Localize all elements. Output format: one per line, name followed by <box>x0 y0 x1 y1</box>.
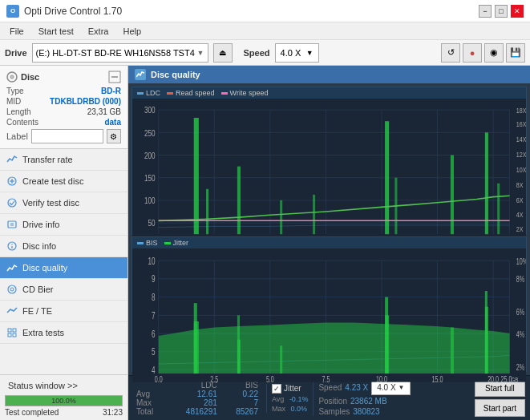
max-jitter-row: Max 0.0% <box>272 405 308 413</box>
cd-bier-icon <box>6 284 18 295</box>
svg-point-15 <box>8 285 16 293</box>
nav-drive-info[interactable]: Drive info <box>0 214 127 236</box>
nav-transfer-rate-label: Transfer rate <box>22 155 73 164</box>
svg-rect-115 <box>194 304 197 374</box>
eject-button[interactable]: ⏏ <box>213 43 233 63</box>
disc-type-row: Type BD-R <box>6 87 121 95</box>
svg-rect-118 <box>485 291 488 374</box>
avg-jitter-label: Avg <box>272 395 284 403</box>
status-window-button[interactable]: Status window >> <box>5 378 123 393</box>
top-chart-svg: 300 250 200 150 100 50 18X 16X 14X 12X 1… <box>132 99 526 245</box>
menu-start-test[interactable]: Start test <box>32 25 80 38</box>
total-ldc-value: 4816291 <box>167 407 220 416</box>
speed-section: Speed 4.23 X 4.0 X ▼ Position 23862 MB S… <box>313 381 469 416</box>
drive-selector[interactable]: (E:) HL-DT-ST BD-RE WH16NS58 TST4 ▼ <box>32 43 208 63</box>
avg-jitter-row: Avg -0.1% <box>272 395 308 403</box>
bis-legend: BIS <box>137 239 158 247</box>
disc-length-row: Length 23,31 GB <box>6 107 121 116</box>
progress-text: 100.0% <box>51 397 76 405</box>
svg-rect-61 <box>206 189 208 234</box>
svg-point-2 <box>11 76 13 78</box>
drive-info-icon <box>6 219 18 230</box>
drive-value: (E:) HL-DT-ST BD-RE WH16NS58 TST4 <box>36 48 197 58</box>
svg-text:8%: 8% <box>516 275 524 285</box>
svg-text:6%: 6% <box>516 308 524 317</box>
speed-label: Speed <box>244 48 270 58</box>
disc-header-left: Disc <box>6 71 39 83</box>
speed-stat-label: Speed <box>318 383 342 392</box>
create-test-disc-icon <box>6 176 18 187</box>
svg-text:250: 250 <box>144 127 156 138</box>
close-button[interactable]: ✕ <box>511 5 524 18</box>
svg-text:2.5: 2.5 <box>210 375 218 382</box>
verify-test-disc-icon <box>6 197 18 208</box>
samples-row: Samples 380823 <box>318 407 469 416</box>
quality-header: Disc quality <box>128 66 530 83</box>
nav-cd-bier[interactable]: CD Bier <box>0 279 127 301</box>
ldc-legend-label: LDC <box>146 89 160 97</box>
quality-title: Disc quality <box>151 70 200 79</box>
avg-row-label: Avg <box>133 390 167 398</box>
svg-text:7.5: 7.5 <box>322 375 330 382</box>
nav-create-test-disc[interactable]: Create test disc <box>0 171 127 192</box>
svg-text:10%: 10% <box>516 257 526 267</box>
nav-transfer-rate[interactable]: Transfer rate <box>0 149 127 171</box>
position-label: Position <box>318 397 347 406</box>
disc-label-input[interactable] <box>31 129 103 143</box>
speed-selector[interactable]: 4.0 X ▼ <box>275 43 319 63</box>
jitter-section: ✓ Jitter Avg -0.1% Max 0.0% <box>266 384 308 413</box>
read-speed-legend: Read speed <box>167 89 215 97</box>
status-window-label: Status window >> <box>8 381 78 390</box>
refresh-icon-btn[interactable]: ↺ <box>441 43 460 63</box>
disc-type-value: BD-R <box>101 87 121 95</box>
speed-row: Speed 4.23 X 4.0 X ▼ <box>318 381 469 395</box>
disc-label-btn[interactable]: ⚙ <box>107 129 121 143</box>
svg-text:200: 200 <box>144 150 156 160</box>
write-speed-legend: Write speed <box>221 89 269 97</box>
nav-items: Transfer rate Create test disc Verify te… <box>0 149 127 374</box>
transfer-rate-icon <box>6 154 18 165</box>
menu-extra[interactable]: Extra <box>82 25 115 38</box>
menu-help[interactable]: Help <box>116 25 148 38</box>
minimize-button[interactable]: − <box>479 5 492 18</box>
nav-fe-te[interactable]: FE / TE <box>0 301 127 322</box>
nav-drive-info-label: Drive info <box>22 220 59 229</box>
svg-text:12X: 12X <box>516 150 526 159</box>
nav-disc-quality[interactable]: Disc quality <box>0 257 127 279</box>
disc-label-key: Label <box>6 131 28 141</box>
disc-mid-value: TDKBLDRBD (000) <box>50 97 121 106</box>
start-part-button[interactable]: Start part <box>475 399 525 417</box>
burn-icon-btn[interactable]: ● <box>463 43 482 63</box>
fe-te-icon <box>6 305 18 317</box>
svg-text:15.0: 15.0 <box>432 375 443 382</box>
jitter-label: Jitter <box>284 384 301 393</box>
nav-disc-info[interactable]: Disc info <box>0 236 127 257</box>
save-icon-btn[interactable]: 💾 <box>506 43 525 63</box>
app-title: Opti Drive Control 1.70 <box>24 6 122 17</box>
svg-text:8: 8 <box>152 293 156 303</box>
maximize-button[interactable]: □ <box>495 5 508 18</box>
charts-area: LDC Read speed Write speed <box>128 83 530 375</box>
disc-icon <box>6 71 18 83</box>
jitter-legend: Jitter <box>164 239 189 247</box>
svg-text:50: 50 <box>148 218 156 228</box>
disc-icon-btn[interactable]: ◉ <box>484 43 504 63</box>
svg-text:7: 7 <box>152 311 156 321</box>
stats-table: LDC BIS Avg 12.61 0.22 Max 281 7 Total 4… <box>133 381 261 416</box>
nav-verify-test-disc[interactable]: Verify test disc <box>0 192 127 214</box>
top-chart-legend: LDC Read speed Write speed <box>132 87 526 99</box>
nav-extra-tests[interactable]: Extra tests <box>0 322 127 344</box>
jitter-header-row: ✓ Jitter <box>272 384 308 394</box>
jitter-checkbox[interactable]: ✓ <box>272 384 281 394</box>
max-row-label: Max <box>133 398 167 407</box>
disc-contents-row: Contents data <box>6 118 121 127</box>
nav-extra-tests-label: Extra tests <box>22 328 64 337</box>
svg-rect-18 <box>13 329 16 332</box>
menu-file[interactable]: File <box>3 25 30 38</box>
speed-stat-select-value: 4.0 X <box>377 383 395 392</box>
progress-fill: 100.0% <box>6 396 122 406</box>
total-bis-value: 85267 <box>220 407 261 416</box>
speed-stat-selector[interactable]: 4.0 X ▼ <box>371 381 410 395</box>
main-content: Disc Type BD-R MID TDKBLDRBD (000) Lengt… <box>0 66 530 420</box>
svg-rect-20 <box>13 333 16 337</box>
